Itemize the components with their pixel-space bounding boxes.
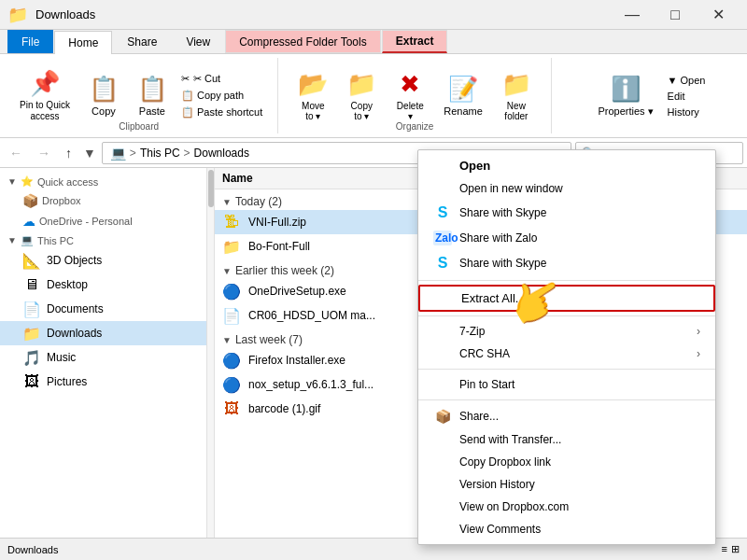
ctx-extract-all[interactable]: Extract All... <box>418 285 715 312</box>
gif-icon-barcode: 🖼 <box>222 400 241 417</box>
copy-button[interactable]: 📋 Copy <box>80 70 127 121</box>
paste-button[interactable]: 📋 Paste <box>129 70 176 121</box>
sidebar-item-documents[interactable]: 📄 Documents <box>0 297 214 321</box>
ribbon-group-properties: ℹ️ Properties ▾ ▼ Open Edit History <box>552 58 747 133</box>
ctx-7zip-arrow: › <box>697 325 700 338</box>
sidebar-item-pictures[interactable]: 🖼 Pictures <box>0 370 214 394</box>
zip-file-icon: 🗜 <box>222 214 241 231</box>
ctx-view-comments[interactable]: View Comments <box>418 518 715 540</box>
tab-home[interactable]: Home <box>54 31 112 54</box>
back-button[interactable]: ← <box>4 142 28 164</box>
sidebar-item-music[interactable]: 🎵 Music <box>0 345 214 370</box>
title-bar: 📁 Downloads — □ ✕ <box>0 0 747 30</box>
delete-button[interactable]: ✖ Delete▾ <box>387 65 433 126</box>
ctx-separator-3 <box>418 369 715 370</box>
sidebar: ▼ ⭐ Quick access 📦 Dropbox ☁ OneDrive - … <box>0 168 215 538</box>
tab-extract[interactable]: Extract <box>382 30 448 53</box>
new-folder-button[interactable]: 📁 Newfolder <box>493 65 540 126</box>
group-earlier-label: Earlier this week (2) <box>235 264 334 277</box>
clipboard-buttons: 📌 Pin to Quickaccess 📋 Copy 📋 Paste ✂ ✂ … <box>11 62 266 130</box>
clipboard-label: Clipboard <box>119 121 159 132</box>
rename-button[interactable]: 📝 Rename <box>435 70 491 121</box>
ctx-pin-to-start[interactable]: Pin to Start <box>418 373 715 396</box>
ctx-share-skype-1[interactable]: S Share with Skype <box>418 200 715 226</box>
organize-buttons: 📂 Moveto ▾ 📁 Copyto ▾ ✖ Delete▾ 📝 Rename… <box>289 62 540 130</box>
view-icon-list[interactable]: ≡ <box>722 543 727 555</box>
sidebar-scroll-thumb[interactable] <box>208 170 214 207</box>
status-text: Downloads <box>7 544 714 555</box>
properties-buttons: ℹ️ Properties ▾ ▼ Open Edit History <box>589 62 709 130</box>
dropbox-item[interactable]: 📦 Dropbox <box>0 189 214 210</box>
ctx-separator-1 <box>418 280 715 281</box>
exe-icon-onedrive: 🔵 <box>222 283 241 301</box>
ctx-open-new-window[interactable]: Open in new window <box>418 177 715 200</box>
ctx-share-dropbox[interactable]: 📦 Share... <box>418 404 715 428</box>
ctx-share-zalo-label: Share with Zalo <box>459 231 537 245</box>
ctx-copy-dropbox-link[interactable]: Copy Dropbox link <box>418 451 715 473</box>
onedrive-item[interactable]: ☁ OneDrive - Personal <box>0 210 214 231</box>
edit-button[interactable]: Edit <box>664 89 710 104</box>
ribbon-group-organize: 📂 Moveto ▾ 📁 Copyto ▾ ✖ Delete▾ 📝 Rename… <box>278 58 552 133</box>
maximize-button[interactable]: □ <box>654 0 697 30</box>
forward-button[interactable]: → <box>32 142 56 164</box>
ctx-share-skype-2[interactable]: S Share with Skype <box>418 250 715 276</box>
ctx-7zip-label: 7-Zip <box>459 325 485 338</box>
dropbox-label: Dropbox <box>42 195 81 206</box>
view-icon-grid[interactable]: ⊞ <box>731 543 740 555</box>
ctx-separator-2 <box>418 315 715 316</box>
ctx-open[interactable]: Open <box>418 154 715 177</box>
ctx-extract-all-label: Extract All... <box>461 291 526 305</box>
ctx-view-dropbox[interactable]: View on Dropbox.com <box>418 496 715 518</box>
window-icon: 📁 <box>7 5 28 25</box>
ctx-version-history[interactable]: Version History <box>418 473 715 496</box>
onedrive-label: OneDrive - Personal <box>39 216 133 227</box>
group-last-week-label: Last week (7) <box>235 333 303 346</box>
ctx-send-transfer[interactable]: Send with Transfer... <box>418 428 715 451</box>
sidebar-scrollbar[interactable] <box>206 168 214 538</box>
title-bar-left: 📁 Downloads <box>7 5 95 25</box>
copy-path-button[interactable]: 📋 Copy path <box>177 88 266 104</box>
pin-to-quick-access-button[interactable]: 📌 Pin to Quickaccess <box>11 64 78 127</box>
ctx-crc-sha-label: CRC SHA <box>459 347 510 360</box>
tab-compressed-folder-tools[interactable]: Compressed Folder Tools <box>225 30 381 53</box>
paste-shortcut-button[interactable]: 📋 Paste shortcut <box>177 105 266 120</box>
move-to-button[interactable]: 📂 Moveto ▾ <box>289 65 336 126</box>
tab-share[interactable]: Share <box>113 30 171 53</box>
tab-view[interactable]: View <box>172 30 224 53</box>
ctx-open-new-window-label: Open in new window <box>459 182 563 195</box>
sidebar-item-3d-objects[interactable]: 📐 3D Objects <box>0 248 214 273</box>
ctx-view-comments-label: View Comments <box>459 523 541 536</box>
zalo-icon: Zalo <box>433 231 452 245</box>
ctx-7zip[interactable]: 7-Zip › <box>418 320 715 343</box>
up-button[interactable]: ↑ <box>60 142 78 164</box>
organize-label: Organize <box>396 121 434 132</box>
ctx-open-label: Open <box>459 159 490 173</box>
open-dropdown-button[interactable]: ▼ Open <box>664 73 710 88</box>
copy-to-button[interactable]: 📁 Copyto ▾ <box>338 65 385 126</box>
this-pc-header[interactable]: ▼ 💻 This PC <box>0 231 214 248</box>
ctx-crc-sha[interactable]: CRC SHA › <box>418 343 715 365</box>
ctx-share-zalo[interactable]: Zalo Share with Zalo <box>418 226 715 250</box>
quick-access-header[interactable]: ▼ ⭐ Quick access <box>0 172 214 189</box>
doc-icon-cr06: 📄 <box>222 307 241 325</box>
minimize-button[interactable]: — <box>611 0 654 30</box>
group-today-label: Today (2) <box>235 195 282 208</box>
tab-file[interactable]: File <box>7 30 53 53</box>
sidebar-item-downloads[interactable]: 📁 Downloads <box>0 321 214 345</box>
cut-button[interactable]: ✂ ✂ Cut <box>177 71 266 87</box>
dropbox-share-icon: 📦 <box>433 409 452 424</box>
path-this-pc: This PC <box>140 147 180 160</box>
context-menu: Open Open in new window S Share with Sky… <box>417 149 716 545</box>
close-button[interactable]: ✕ <box>697 0 740 30</box>
ctx-version-history-label: Version History <box>459 478 535 491</box>
status-icons: ≡ ⊞ <box>722 543 740 555</box>
this-pc-label: This PC <box>37 235 74 246</box>
ctx-separator-4 <box>418 399 715 400</box>
ctx-send-transfer-label: Send with Transfer... <box>459 433 561 446</box>
ctx-share-dropbox-label: Share... <box>459 410 499 423</box>
sidebar-item-desktop[interactable]: 🖥 Desktop <box>0 273 214 297</box>
properties-button[interactable]: ℹ️ Properties ▾ <box>589 70 661 122</box>
clipboard-small-buttons: ✂ ✂ Cut 📋 Copy path 📋 Paste shortcut <box>177 63 266 130</box>
ctx-crc-sha-arrow: › <box>697 347 700 360</box>
history-ribbon-button[interactable]: History <box>664 105 710 119</box>
